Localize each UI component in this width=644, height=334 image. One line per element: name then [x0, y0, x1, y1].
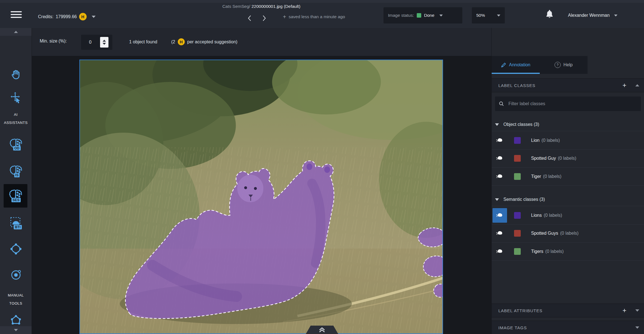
- class-color-swatch: [514, 212, 521, 219]
- manual-tools-label-2: TOOLS: [0, 301, 32, 305]
- class-name: Tiger: [531, 174, 541, 179]
- tool-ai-semantic-segmentation-active[interactable]: SES: [4, 184, 27, 208]
- filter-label-classes-input[interactable]: [508, 101, 637, 107]
- min-size-stepper[interactable]: [100, 37, 108, 48]
- polygon-icon: [10, 314, 22, 326]
- file-name: 2200000001.jpg (Default): [252, 4, 300, 9]
- project-name: Cats SemSeg/: [222, 4, 250, 9]
- image-status-dropdown[interactable]: Image status: Done: [383, 7, 462, 23]
- tool-atom[interactable]: [0, 267, 32, 283]
- previous-image-button[interactable]: [246, 15, 253, 22]
- right-panel: Annotation ? Help LABEL CLASSES + Object…: [491, 28, 644, 334]
- class-name: Spotted Guy: [531, 156, 556, 161]
- credits-label: Credits:: [38, 14, 53, 19]
- tool-pan-hand[interactable]: [0, 68, 32, 82]
- class-name: Lions: [531, 213, 542, 218]
- tool-polygon[interactable]: [0, 313, 32, 327]
- status-color-square: [417, 13, 421, 18]
- tool-contour[interactable]: [0, 241, 32, 257]
- visibility-toggle[interactable]: [493, 169, 507, 184]
- visibility-toggle[interactable]: [493, 226, 507, 241]
- cloud-eye-icon: [496, 249, 503, 254]
- credits-dropdown[interactable]: Credits: 179999.66 H: [38, 13, 96, 20]
- bottom-panel-expand-tab[interactable]: [306, 326, 338, 334]
- tool-move-select[interactable]: [0, 90, 32, 106]
- chevron-down-icon: [92, 16, 96, 18]
- class-color-swatch: [514, 230, 521, 237]
- plus-icon: +: [283, 14, 286, 20]
- triangle-down-icon: [495, 123, 499, 126]
- min-size-field: [81, 35, 112, 50]
- objects-found-text: 1 object found: [129, 39, 157, 44]
- class-row-lions-active[interactable]: Lions (0 labels): [492, 206, 644, 225]
- hamburger-menu-button[interactable]: [11, 11, 22, 20]
- double-chevron-up-icon: [317, 327, 327, 333]
- is-badge: IS: [14, 173, 20, 177]
- user-name: Alexander Wennman: [568, 13, 610, 18]
- image-tags-header: IMAGE TAGS: [492, 321, 644, 334]
- visibility-toggle[interactable]: [493, 133, 507, 148]
- object-classes-group-label: Object classes (3): [503, 122, 539, 127]
- tab-help[interactable]: ? Help: [540, 56, 588, 74]
- sidebar-scroll-up-button[interactable]: [0, 28, 32, 36]
- chevron-down-icon: [439, 15, 443, 17]
- tab-annotation-label: Annotation: [509, 62, 531, 67]
- notifications-bell-button[interactable]: [544, 9, 555, 21]
- cost-prefix: (2: [171, 39, 175, 44]
- tool-ai-instance-segmentation[interactable]: IS: [0, 163, 32, 180]
- class-row-tigers[interactable]: Tigers (0 labels): [492, 242, 644, 261]
- tab-help-label: Help: [564, 62, 573, 67]
- class-row-spotted-guy[interactable]: Spotted Guy (0 labels): [492, 149, 644, 168]
- visibility-toggle[interactable]: [493, 244, 507, 259]
- annotation-app: Credits: 179999.66 H Cats SemSeg/ 220000…: [0, 0, 644, 334]
- top-strip: [0, 0, 644, 3]
- hamburger-icon: [11, 11, 22, 12]
- visibility-toggle-active[interactable]: [493, 208, 507, 223]
- class-row-tiger[interactable]: Tiger (0 labels): [492, 167, 644, 186]
- move-cursor-icon: [10, 91, 22, 105]
- min-size-input[interactable]: [81, 39, 100, 45]
- semantic-classes-group-header[interactable]: Semantic classes (3): [492, 193, 644, 206]
- chevron-down-icon: [497, 15, 500, 17]
- zoom-level-value: 50%: [476, 13, 485, 18]
- manual-tools-label: MANUAL: [0, 293, 32, 297]
- next-image-button[interactable]: [261, 15, 268, 22]
- save-status: + saved less than a minute ago: [283, 14, 345, 20]
- class-row-lion[interactable]: Lion (0 labels): [492, 131, 644, 150]
- cost-suffix: per accepted suggestion): [187, 39, 238, 44]
- collapse-up-icon[interactable]: [635, 84, 639, 86]
- visibility-toggle[interactable]: [493, 151, 507, 166]
- image-status-label: Image status:: [388, 13, 414, 18]
- collapse-down-icon[interactable]: [635, 309, 639, 312]
- chevron-down-icon: [614, 15, 617, 17]
- class-color-swatch: [514, 248, 521, 255]
- class-color-swatch: [514, 155, 521, 162]
- class-name: Tigers: [531, 249, 543, 254]
- triangle-up-icon: [14, 31, 18, 33]
- object-classes-group-header[interactable]: Object classes (3): [492, 118, 644, 131]
- tab-annotation[interactable]: Annotation: [492, 56, 540, 74]
- stepper-down-icon: [103, 43, 106, 45]
- ses-badge: SES: [11, 198, 21, 202]
- add-label-class-button[interactable]: +: [620, 82, 629, 89]
- sidebar-scroll-down-button[interactable]: [0, 326, 32, 334]
- cloud-eye-icon: [496, 138, 503, 143]
- tool-box-to-instance[interactable]: BTI: [0, 214, 32, 231]
- collapse-down-icon[interactable]: [635, 326, 639, 329]
- label-classes-title: LABEL CLASSES: [498, 83, 620, 88]
- class-row-spotted-guys[interactable]: Spotted Guys (0 labels): [492, 224, 644, 243]
- image-canvas[interactable]: [79, 60, 443, 334]
- label-classes-header: LABEL CLASSES +: [492, 78, 644, 92]
- user-menu[interactable]: Alexander Wennman: [568, 13, 617, 18]
- semantic-classes-group-label: Semantic classes (3): [503, 197, 545, 202]
- triangle-down-icon: [14, 329, 18, 331]
- add-label-attribute-button[interactable]: +: [620, 307, 629, 314]
- tool-ai-object-detection[interactable]: OD: [0, 137, 32, 153]
- image-tags-title: IMAGE TAGS: [498, 325, 629, 330]
- image-status-value: Done: [424, 13, 434, 18]
- pencil-icon: [501, 62, 506, 68]
- zoom-level-dropdown[interactable]: 50%: [472, 7, 505, 23]
- annotated-photo: [80, 60, 442, 333]
- save-status-text: saved less than a minute ago: [289, 14, 345, 19]
- stepper-up-icon: [103, 40, 106, 42]
